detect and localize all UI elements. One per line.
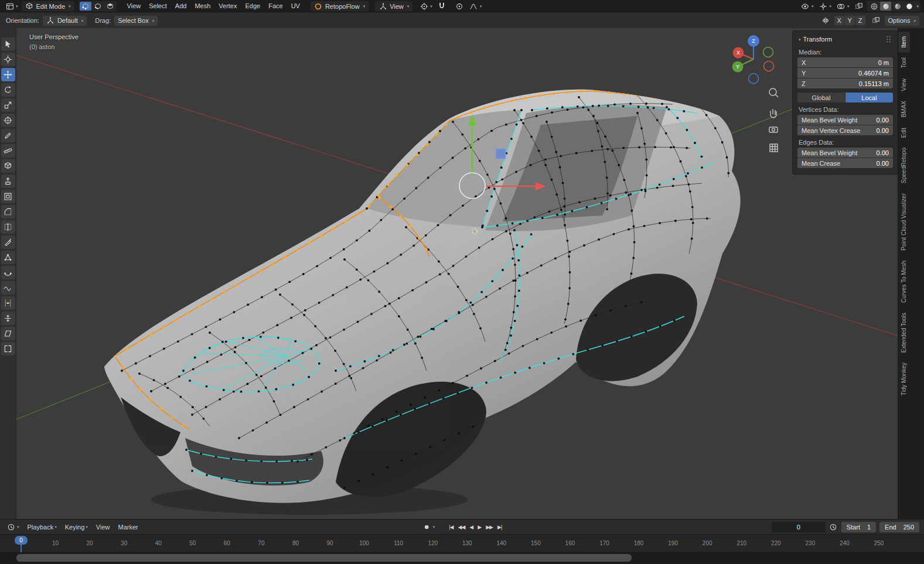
car-mesh-object[interactable]: [104, 90, 741, 515]
play-button[interactable]: ▶: [476, 523, 483, 531]
timeline-menu-keying[interactable]: Keying▾: [61, 519, 92, 535]
menu-face[interactable]: Face: [264, 0, 287, 12]
editor-type-selector[interactable]: ▾: [4, 1, 20, 11]
drag-dropdown[interactable]: Select Box ▾: [114, 16, 158, 26]
menu-select[interactable]: Select: [145, 0, 171, 12]
face-select-mode-button[interactable]: [104, 2, 116, 11]
menu-vertex[interactable]: Vertex: [214, 0, 241, 12]
use-preview-range-icon[interactable]: [829, 522, 838, 531]
snapping-options-button[interactable]: [870, 16, 882, 26]
shading-wireframe-button[interactable]: [868, 2, 879, 11]
tab-tidy-monkey[interactable]: Tidy Monkey: [898, 358, 910, 400]
menu-mesh[interactable]: Mesh: [190, 0, 214, 12]
retopoflow-menu[interactable]: RetopoFlow ▾: [311, 1, 369, 11]
edge-select-mode-button[interactable]: [92, 2, 104, 11]
timeline-menu-playback[interactable]: Playback▾: [23, 519, 61, 535]
edges-mean-crease-field[interactable]: Mean Crease0.00: [797, 158, 893, 168]
timeline-menu-marker[interactable]: Marker: [114, 519, 142, 535]
shading-solid-button[interactable]: [880, 2, 891, 11]
tab-edit[interactable]: Edit: [898, 123, 910, 142]
shading-material-button[interactable]: [892, 2, 903, 11]
tab-curves-to-mesh[interactable]: Curves To Mesh: [898, 256, 910, 307]
frame-start-field[interactable]: Start 1: [841, 522, 876, 532]
auto-keying-button[interactable]: ▾: [421, 522, 437, 532]
cursor-tool[interactable]: [1, 53, 15, 66]
median-z-field[interactable]: Z0.15113 m: [797, 78, 893, 88]
shrink-fatten-tool[interactable]: [1, 312, 15, 325]
playhead[interactable]: 0: [15, 536, 28, 545]
play-reverse-button[interactable]: ◀: [468, 523, 475, 531]
menu-edge[interactable]: Edge: [241, 0, 264, 12]
proportional-editing-toggle[interactable]: [454, 1, 466, 11]
vertices-mean-bevel-weight-field[interactable]: Mean Bevel Weight0.00: [797, 115, 893, 125]
move-tool[interactable]: [1, 68, 15, 81]
falloff-dropdown[interactable]: ▾: [468, 1, 484, 11]
rip-region-tool[interactable]: [1, 342, 15, 356]
tab-view[interactable]: View: [898, 74, 910, 96]
camera-view-button[interactable]: [769, 127, 778, 132]
knife-tool[interactable]: [1, 235, 15, 249]
toggle-xray-button[interactable]: [853, 1, 865, 11]
timeline-scrollbar[interactable]: [0, 552, 924, 564]
view-object-types-dropdown[interactable]: ▾: [799, 1, 816, 11]
prev-keyframe-button[interactable]: ◀◀: [456, 523, 466, 531]
options-dropdown[interactable]: Options ▾: [885, 16, 919, 26]
tab-tool[interactable]: Tool: [898, 53, 910, 73]
axis-neg-z-ball[interactable]: [749, 74, 759, 84]
tab-speedretopo[interactable]: SpeedRetopo: [898, 143, 910, 188]
show-gizmo-dropdown[interactable]: ▾: [817, 1, 833, 11]
rotate-tool[interactable]: [1, 83, 15, 97]
median-x-field[interactable]: X0 m: [797, 57, 893, 67]
zoom-button[interactable]: [769, 88, 778, 97]
extrude-region-tool[interactable]: [1, 175, 15, 188]
timeline-editor-type-selector[interactable]: ▾: [5, 522, 21, 532]
bevel-tool[interactable]: [1, 205, 15, 218]
poly-build-tool[interactable]: [1, 251, 15, 264]
tab-bmax[interactable]: BMAX: [898, 96, 910, 122]
toggle-ortho-button[interactable]: [770, 144, 778, 152]
select-box-tool[interactable]: [1, 37, 15, 51]
menu-add[interactable]: Add: [171, 0, 191, 12]
edge-slide-tool[interactable]: [1, 296, 15, 310]
annotate-tool[interactable]: [1, 129, 15, 142]
transform-tool[interactable]: [1, 114, 15, 127]
axis-neg-x-ball[interactable]: [764, 61, 774, 71]
space-local-button[interactable]: Local: [845, 93, 893, 102]
spin-tool[interactable]: [1, 266, 15, 279]
median-y-field[interactable]: Y0.46074 m: [797, 68, 893, 78]
timeline-ruler[interactable]: 0 01020304050607080901001101201301401501…: [0, 534, 924, 552]
mirror-button[interactable]: [820, 16, 832, 26]
jump-to-end-button[interactable]: ▶|: [496, 523, 503, 531]
mirror-x-button[interactable]: X: [834, 16, 844, 25]
current-frame-field[interactable]: 0: [772, 522, 826, 532]
vertices-mean-vertex-crease-field[interactable]: Mean Vertex Crease0.00: [797, 125, 893, 135]
orientation-dropdown[interactable]: Default ▾: [43, 16, 87, 26]
vertex-select-mode-button[interactable]: [80, 2, 91, 11]
menu-uv[interactable]: UV: [287, 0, 304, 12]
panel-collapse-icon[interactable]: ▾: [799, 37, 801, 42]
timeline-scrollbar-handle[interactable]: [16, 554, 632, 562]
menu-view[interactable]: View: [123, 0, 145, 12]
tab-point-cloud-visualizer[interactable]: Point Cloud Visualizer: [898, 189, 910, 255]
next-keyframe-button[interactable]: ▶▶: [484, 523, 495, 531]
panel-grip-icon[interactable]: [884, 35, 893, 44]
transform-panel-header[interactable]: ▾ Transform: [797, 33, 893, 45]
jump-to-start-button[interactable]: |◀: [447, 523, 455, 531]
shear-tool[interactable]: [1, 327, 15, 340]
add-cube-tool[interactable]: [1, 159, 15, 173]
measure-tool[interactable]: [1, 144, 15, 158]
frame-end-field[interactable]: End 250: [879, 522, 919, 532]
mirror-y-button[interactable]: Y: [845, 16, 855, 25]
view-navigation-gizmo[interactable]: Z X Y: [732, 35, 774, 84]
smooth-tool[interactable]: [1, 281, 15, 295]
snap-toggle-button[interactable]: [436, 1, 448, 11]
shading-rendered-button[interactable]: [903, 2, 915, 11]
scale-tool[interactable]: [1, 98, 15, 112]
tab-extended-tools[interactable]: Extended Tools: [898, 308, 910, 357]
snap-target-dropdown[interactable]: ▾: [418, 1, 434, 11]
show-overlays-dropdown[interactable]: ▾: [835, 1, 851, 11]
mirror-z-button[interactable]: Z: [855, 16, 865, 25]
space-global-button[interactable]: Global: [797, 93, 845, 102]
mode-selector-dropdown[interactable]: Edit Mode ▾: [22, 1, 74, 11]
transform-orientation-dropdown[interactable]: View ▾: [375, 1, 412, 11]
